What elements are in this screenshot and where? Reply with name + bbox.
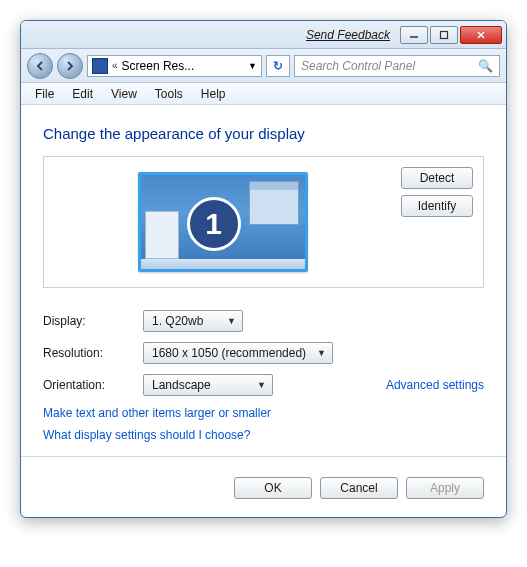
menu-tools[interactable]: Tools <box>147 85 191 103</box>
minimize-button[interactable] <box>400 26 428 44</box>
help-link[interactable]: What display settings should I choose? <box>43 428 484 442</box>
orientation-select[interactable]: Landscape ▼ <box>143 374 273 396</box>
cancel-button[interactable]: Cancel <box>320 477 398 499</box>
text-size-link[interactable]: Make text and other items larger or smal… <box>43 406 484 420</box>
refresh-button[interactable]: ↻ <box>266 55 290 77</box>
address-text: Screen Res... <box>122 59 195 73</box>
menu-view[interactable]: View <box>103 85 145 103</box>
display-label: Display: <box>43 314 143 328</box>
send-feedback-link[interactable]: Send Feedback <box>306 28 390 42</box>
forward-button[interactable] <box>57 53 83 79</box>
refresh-icon: ↻ <box>273 59 283 73</box>
orientation-value: Landscape <box>152 378 211 392</box>
resolution-label: Resolution: <box>43 346 143 360</box>
settings-grid: Display: 1. Q20wb ▼ Resolution: 1680 x 1… <box>43 310 484 392</box>
chevron-down-icon: ▼ <box>317 348 326 358</box>
display-value: 1. Q20wb <box>152 314 203 328</box>
page-heading: Change the appearance of your display <box>43 125 484 142</box>
help-links: Make text and other items larger or smal… <box>43 406 484 442</box>
search-input[interactable]: Search Control Panel 🔍 <box>294 55 500 77</box>
svg-rect-1 <box>441 31 448 38</box>
address-bar[interactable]: « Screen Res... ▼ <box>87 55 262 77</box>
separator <box>21 456 506 457</box>
menu-help[interactable]: Help <box>193 85 234 103</box>
ok-button[interactable]: OK <box>234 477 312 499</box>
titlebar: Send Feedback <box>21 21 506 49</box>
preview-window-icon <box>249 181 299 225</box>
chevron-down-icon[interactable]: ▼ <box>248 61 257 71</box>
chevron-down-icon: ▼ <box>257 380 266 390</box>
nav-toolbar: « Screen Res... ▼ ↻ Search Control Panel… <box>21 49 506 83</box>
resolution-value: 1680 x 1050 (recommended) <box>152 346 306 360</box>
orientation-label: Orientation: <box>43 378 143 392</box>
dialog-button-bar: OK Cancel Apply <box>21 465 506 517</box>
chevron-down-icon: ▼ <box>227 316 236 326</box>
resolution-select[interactable]: 1680 x 1050 (recommended) ▼ <box>143 342 333 364</box>
identify-button[interactable]: Identify <box>401 195 473 217</box>
preview-startmenu-icon <box>145 211 179 259</box>
close-button[interactable] <box>460 26 502 44</box>
search-icon: 🔍 <box>478 59 493 73</box>
window-frame: Send Feedback « Screen Res... ▼ <box>20 20 507 518</box>
content-area: Change the appearance of your display 1 … <box>21 105 506 465</box>
back-button[interactable] <box>27 53 53 79</box>
breadcrumb-chevron-icon: « <box>112 60 118 71</box>
advanced-settings-link[interactable]: Advanced settings <box>386 378 484 392</box>
monitor-icon <box>92 58 108 74</box>
menu-edit[interactable]: Edit <box>64 85 101 103</box>
display-select[interactable]: 1. Q20wb ▼ <box>143 310 243 332</box>
display-preview-box: 1 Detect Identify <box>43 156 484 288</box>
apply-button[interactable]: Apply <box>406 477 484 499</box>
preview-taskbar-icon <box>141 259 305 269</box>
detect-button[interactable]: Detect <box>401 167 473 189</box>
menu-bar: File Edit View Tools Help <box>21 83 506 105</box>
display-preview[interactable]: 1 <box>54 167 391 277</box>
menu-file[interactable]: File <box>27 85 62 103</box>
search-placeholder: Search Control Panel <box>301 59 415 73</box>
maximize-button[interactable] <box>430 26 458 44</box>
monitor-thumbnail[interactable]: 1 <box>138 172 308 272</box>
monitor-number-badge: 1 <box>187 197 241 251</box>
